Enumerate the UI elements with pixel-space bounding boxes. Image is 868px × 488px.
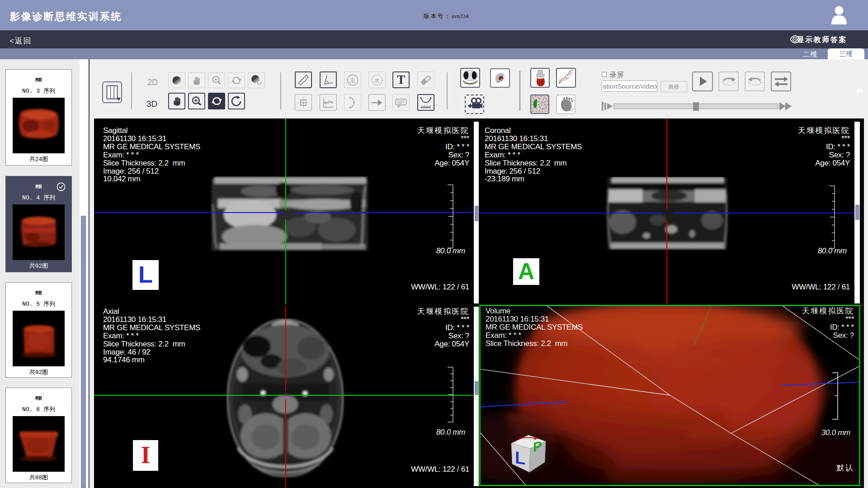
svg-text:P: P — [533, 438, 542, 455]
svg-text:次: 次 — [374, 77, 380, 84]
svg-text:D: D — [570, 107, 574, 112]
svg-text:L: L — [515, 447, 525, 468]
svg-text:主: 主 — [350, 77, 355, 84]
